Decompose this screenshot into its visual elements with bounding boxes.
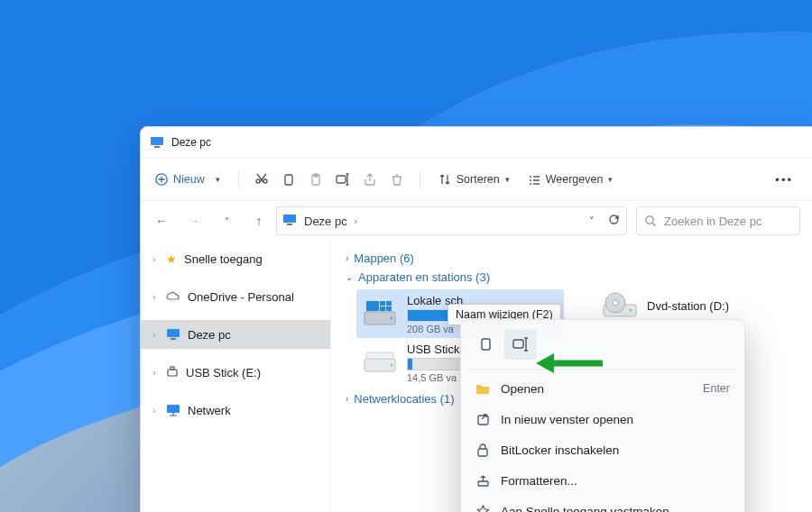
group-devices[interactable]: ⌄ Apparaten en stations (3) xyxy=(346,270,802,284)
svg-rect-22 xyxy=(386,306,392,311)
more-button[interactable]: ••• xyxy=(768,168,800,192)
group-folders[interactable]: › Mappen (6) xyxy=(346,251,802,265)
search-box[interactable]: Zoeken in Deze pc xyxy=(636,206,800,235)
shortcut-hint: Enter xyxy=(703,382,730,395)
navigation-pane: › ★ Snelle toegang › OneDrive - Personal… xyxy=(141,241,331,512)
lock-icon xyxy=(475,443,490,457)
ctx-bitlocker[interactable]: BitLocker inschakelen xyxy=(466,434,739,465)
ctx-open-new-window[interactable]: In nieuw venster openen xyxy=(466,404,739,434)
separator xyxy=(238,169,239,189)
chevron-down-icon: ▾ xyxy=(505,175,510,184)
sidebar-item-network[interactable]: › Netwerk xyxy=(141,396,330,425)
share-button[interactable] xyxy=(358,168,382,191)
svg-point-9 xyxy=(646,216,653,224)
sort-button[interactable]: Sorteren ▾ xyxy=(431,168,517,191)
svg-rect-6 xyxy=(337,176,346,183)
chevron-right-icon: › xyxy=(346,394,348,404)
svg-rect-34 xyxy=(478,481,488,486)
sidebar-item-usb[interactable]: › USB Stick (E:) xyxy=(141,358,330,387)
chevron-right-icon: › xyxy=(150,330,159,340)
svg-point-29 xyxy=(613,300,618,306)
dvd-drive-icon xyxy=(602,291,638,320)
search-icon xyxy=(644,215,657,227)
new-button[interactable]: Nieuw ▾ xyxy=(148,168,227,191)
copy-button[interactable] xyxy=(470,329,503,360)
svg-rect-20 xyxy=(386,301,392,306)
ctx-format[interactable]: Formatteren... xyxy=(466,465,739,496)
cut-button[interactable] xyxy=(250,168,273,191)
svg-rect-11 xyxy=(171,338,176,340)
svg-rect-25 xyxy=(366,352,393,359)
pin-icon xyxy=(475,505,490,513)
breadcrumb-item[interactable]: Deze pc xyxy=(304,215,347,228)
sidebar-item-this-pc[interactable]: › Deze pc xyxy=(141,320,330,349)
svg-rect-13 xyxy=(171,367,174,370)
svg-rect-19 xyxy=(380,301,385,306)
svg-rect-0 xyxy=(151,137,163,145)
this-pc-icon xyxy=(166,328,180,341)
svg-rect-7 xyxy=(283,215,296,223)
title-bar[interactable]: Deze pc xyxy=(141,127,812,159)
usb-drive-icon xyxy=(166,366,179,379)
annotation-arrow xyxy=(534,352,604,375)
chevron-right-icon: › xyxy=(150,406,159,416)
paste-button[interactable] xyxy=(304,168,328,191)
up-button[interactable]: ↑ xyxy=(251,214,267,228)
back-button[interactable]: ← xyxy=(153,214,170,228)
this-pc-icon xyxy=(150,136,164,149)
separator xyxy=(420,169,420,189)
svg-point-17 xyxy=(391,317,393,320)
folder-icon xyxy=(475,382,490,395)
chevron-right-icon: › xyxy=(150,368,159,378)
svg-rect-18 xyxy=(366,301,379,311)
new-window-icon xyxy=(475,413,490,426)
more-icon: ••• xyxy=(775,173,793,187)
view-button[interactable]: Weergeven ▾ xyxy=(521,168,621,191)
chevron-right-icon: › xyxy=(150,292,159,302)
drive-icon xyxy=(362,297,398,330)
sidebar-item-onedrive[interactable]: › OneDrive - Personal xyxy=(141,282,330,311)
star-icon: ★ xyxy=(166,252,177,266)
cloud-icon xyxy=(166,291,180,302)
svg-rect-12 xyxy=(168,370,177,376)
sidebar-item-quick-access[interactable]: › ★ Snelle toegang xyxy=(141,244,330,273)
svg-point-24 xyxy=(391,364,393,367)
window-title: Deze pc xyxy=(171,136,211,149)
svg-rect-10 xyxy=(167,329,180,337)
chevron-right-icon: › xyxy=(346,253,348,263)
history-chevron[interactable]: ˅ xyxy=(589,215,595,227)
svg-point-27 xyxy=(630,309,632,312)
address-bar[interactable]: Deze pc › ˅ xyxy=(276,206,627,235)
delete-button[interactable] xyxy=(385,168,409,191)
rename-button[interactable] xyxy=(331,168,355,191)
desktop-background: Deze pc Nieuw ▾ Sorteren ▾ Weer xyxy=(0,0,812,512)
context-menu: Openen Enter In nieuw venster openen Bit… xyxy=(460,319,745,512)
ctx-open[interactable]: Openen Enter xyxy=(466,373,739,404)
svg-rect-14 xyxy=(167,405,180,413)
search-placeholder: Zoeken in Deze pc xyxy=(664,215,761,228)
svg-rect-21 xyxy=(380,306,385,311)
recent-button[interactable]: ˅ xyxy=(218,216,235,226)
chevron-down-icon: ▾ xyxy=(608,175,613,184)
rename-button[interactable] xyxy=(504,329,537,360)
chevron-right-icon[interactable]: › xyxy=(355,216,357,226)
svg-rect-8 xyxy=(287,224,292,225)
drive-dvd-d[interactable]: Dvd-station (D:) xyxy=(602,291,729,320)
svg-rect-31 xyxy=(513,340,523,348)
drive-name: Dvd-station (D:) xyxy=(647,299,729,313)
copy-button[interactable] xyxy=(277,168,300,191)
svg-rect-30 xyxy=(482,339,490,350)
this-pc-icon xyxy=(282,214,297,229)
forward-button[interactable]: → xyxy=(186,214,202,228)
address-bar-row: ← → ˅ ↑ Deze pc › ˅ Zoe xyxy=(141,201,812,241)
svg-rect-33 xyxy=(478,449,487,456)
chevron-down-icon: ▾ xyxy=(216,175,220,184)
ctx-pin-quick-access[interactable]: Aan Snelle toegang vastmaken xyxy=(466,496,739,512)
drive-icon xyxy=(362,346,398,379)
chevron-right-icon: › xyxy=(150,254,159,264)
refresh-button[interactable] xyxy=(607,213,621,229)
command-bar: Nieuw ▾ Sorteren ▾ Weergeven ▾ ••• xyxy=(141,159,812,201)
chevron-down-icon: ⌄ xyxy=(346,272,353,282)
nav-buttons: ← → ˅ ↑ xyxy=(153,214,267,228)
svg-rect-1 xyxy=(154,146,160,148)
